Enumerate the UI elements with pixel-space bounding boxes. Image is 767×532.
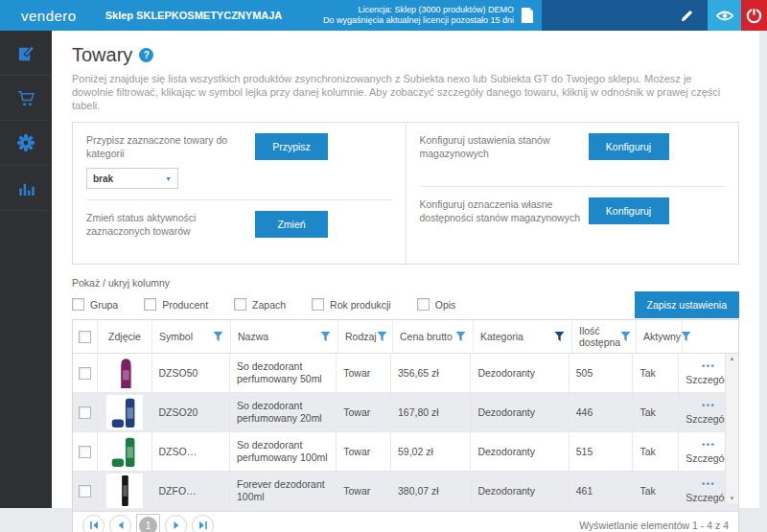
column-checkbox-label: Opis [435,299,456,311]
cell-type: Towar [337,472,391,510]
cell-price: 59,02 zł [391,432,471,471]
column-header-label: Nazwa [238,331,268,342]
filter-funnel-icon[interactable] [213,331,223,342]
row-checkbox[interactable] [79,446,91,458]
next-page-icon [172,520,181,530]
previous-page-button[interactable] [109,515,131,532]
assign-category-row: Przypisz zaznaczone towary do kategorii … [86,123,392,200]
top-bar-left: vendero Sklep SKLEPKOSMETYCZNYMAJA Licen… [0,0,542,31]
column-checkbox[interactable] [417,298,430,311]
preview-shop-button[interactable] [708,0,741,31]
column-header-7: Aktywny [637,320,683,353]
table-header-row: ZdjęcieSymbolNazwaRodzajCena bruttoKateg… [73,320,738,354]
table-scrollbar[interactable]: ▲ ▼ [725,354,738,503]
filter-funnel-icon [620,331,631,342]
scroll-up-icon[interactable]: ▲ [726,356,738,361]
cell-photo [98,472,152,510]
filter-funnel-icon [455,331,466,342]
license-line-1: Licencja: Sklep (3000 produktów) DEMO [323,5,514,15]
row-checkbox-cell [73,354,98,392]
column-header-0: Zdjęcie [98,320,152,353]
column-header-label: Rodzaj [345,331,377,342]
actions-panel-left: Przypisz zaznaczone towary do kategorii … [73,123,407,264]
table-row: DZSO20So dezodorant perfumowany 20mlTowa… [73,393,738,432]
cell-quantity: 461 [569,472,634,510]
row-checkbox[interactable] [79,406,91,419]
cell-symbol: DZSO20 [152,393,231,431]
cell-photo [98,432,152,471]
cell-active: Tak [633,432,679,471]
configure-availability-row: Konfiguruj oznaczenia własne dostępności… [420,187,726,250]
assign-button[interactable]: Przypisz [255,133,328,160]
cell-quantity: 446 [569,393,634,431]
cell-price: 167,80 zł [391,393,471,431]
cell-category: Dezodoranty [471,472,569,510]
product-image [106,395,143,429]
column-checkbox[interactable] [144,298,156,311]
row-actions-ellipsis[interactable]: ••• [702,439,715,451]
sidebar-item-statistics[interactable] [0,166,52,211]
top-bar-middle [542,0,708,31]
sidebar-item-orders[interactable] [0,76,52,121]
column-option-2: Zapach [234,298,286,311]
save-settings-button[interactable]: Zapisz ustawienia [635,291,739,318]
table-row: DZFO…Forever dezodorant 100mlTowar380,07… [73,472,738,511]
header-checkbox-cell [73,320,98,353]
row-checkbox[interactable] [79,367,91,380]
column-option-4: Opis [417,298,456,311]
cell-symbol: DZSO… [152,432,231,471]
column-header-label: Aktywny [643,331,681,342]
row-checkbox-cell [73,432,98,471]
gear-icon [16,133,35,152]
filter-funnel-icon[interactable] [620,331,631,342]
cell-category: Dezodoranty [471,393,569,431]
cart-icon [16,88,36,108]
cell-active: Tak [633,393,679,431]
column-checkbox-label: Grupa [90,299,118,311]
cell-name: So dezodorant perfumowany 50ml [230,354,337,392]
filter-funnel-icon[interactable] [377,331,387,342]
column-header-2: Nazwa [231,320,338,353]
sidebar-item-settings[interactable] [0,121,52,166]
first-page-button[interactable] [82,515,105,532]
license-line-2: Do wygaśnięcia aktualnej licencji pozost… [323,15,514,26]
cell-name: So dezodorant perfumowany 20ml [230,393,337,431]
edit-pencil-icon[interactable] [680,9,694,23]
chevron-down-icon: ▼ [165,175,172,182]
column-header-4: Cena brutto [393,320,474,353]
sidebar-item-products[interactable] [0,31,52,76]
scroll-down-icon[interactable]: ▼ [726,496,738,501]
column-header-5: Kategoria [474,320,572,353]
shop-name: Sklep SKLEPKOSMETYCZNYMAJA [105,10,283,21]
last-page-icon [198,520,208,530]
row-checkbox-cell [73,393,98,431]
eye-icon [715,9,734,22]
select-all-checkbox[interactable] [79,331,91,343]
previous-page-icon [116,520,126,530]
filter-funnel-icon[interactable] [455,331,466,342]
logout-button[interactable] [741,0,767,31]
pagination-bar: 1 Wyświetlanie elementów 1 - 4 z 4 [73,511,738,532]
filter-funnel-icon[interactable] [320,331,331,342]
configure-availability-button[interactable]: Konfiguruj [589,197,669,224]
row-actions-ellipsis[interactable]: ••• [702,400,715,412]
column-checkbox[interactable] [234,298,246,311]
row-actions-ellipsis[interactable]: ••• [702,360,715,373]
category-select[interactable]: brak ▼ [86,168,178,189]
filter-funnel-icon[interactable] [554,331,565,342]
current-page-button[interactable]: 1 [136,514,160,532]
column-checkbox[interactable] [312,298,324,311]
configure-stock-row: Konfiguruj ustawienia stanów magazynowyc… [420,123,726,187]
column-checkbox-label: Producent [162,299,208,311]
license-info: Licencja: Sklep (3000 produktów) DEMO Do… [323,5,514,26]
bar-chart-icon [16,178,36,198]
last-page-button[interactable] [192,515,214,532]
change-status-button[interactable]: Zmień [255,211,328,238]
column-checkbox[interactable] [72,298,84,311]
row-actions-ellipsis[interactable]: ••• [702,478,715,491]
help-icon[interactable]: ? [139,48,153,62]
row-checkbox[interactable] [79,485,91,497]
configure-stock-button[interactable]: Konfiguruj [589,133,669,160]
next-page-button[interactable] [165,515,187,532]
pagination-summary: Wyświetlanie elementów 1 - 4 z 4 [579,520,729,531]
